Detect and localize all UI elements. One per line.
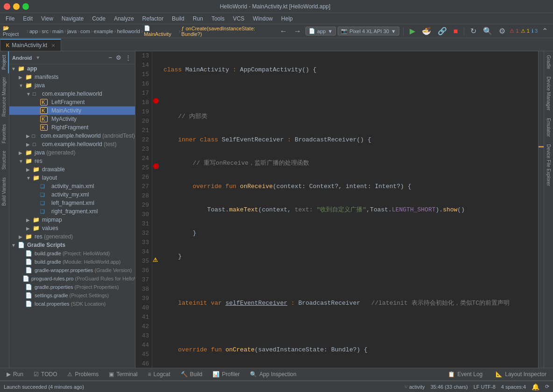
tree-item-values[interactable]: ▶ 📁 values	[9, 224, 135, 232]
breadcrumb-helloworld[interactable]: helloworld	[117, 28, 140, 34]
tree-item-right-fragment-xml[interactable]: ▶ ❑ right_fragment.xml	[9, 207, 135, 216]
forward-btn[interactable]: →	[291, 26, 304, 37]
breadcrumb-app[interactable]: app	[29, 28, 38, 34]
tree-item-gradle-properties[interactable]: ▶ 📄 gradle.properties (Project Propertie…	[9, 283, 135, 291]
tree-item-build-gradle-project[interactable]: ▶ 📄 build.gradle (Project: HelloWorld)	[9, 249, 135, 258]
tree-item-left-fragment-xml[interactable]: ▶ ❑ left_fragment.xml	[9, 199, 135, 207]
project-side-tab[interactable]: Project	[0, 51, 9, 73]
attach-btn[interactable]: 🔗	[435, 25, 449, 37]
tree-item-app[interactable]: ▼ 📁 app	[9, 64, 135, 73]
expand-btn[interactable]: ⌃	[539, 25, 550, 37]
device-file-explorer-side-tab[interactable]: Device File Explorer	[545, 140, 553, 189]
tree-item-manifests[interactable]: ▶ 📁 manifests	[9, 73, 135, 81]
gradle-side-tab[interactable]: Gradle	[545, 51, 553, 73]
tree-item-drawable[interactable]: ▶ 📁 drawable	[9, 165, 135, 174]
resource-manager-tab[interactable]: Resource Manager	[0, 73, 9, 120]
build-variants-tab[interactable]: Build Variants	[0, 174, 9, 210]
menu-code[interactable]: Code	[88, 14, 109, 23]
structure-tab[interactable]: Structure	[0, 147, 9, 174]
settings-btn[interactable]: ⚙	[496, 25, 508, 37]
tree-item-java[interactable]: ▼ 📁 java	[9, 81, 135, 90]
tree-item-proguard[interactable]: ▶ 📄 proguard-rules.pro (ProGuard Rules f…	[9, 274, 135, 283]
tab-layout-inspector[interactable]: 📐 Layout Inspector	[491, 369, 551, 379]
tree-item-activity-main-xml[interactable]: ▶ ❑ activity_main.xml	[9, 182, 135, 190]
tree-item-package-androidtest[interactable]: ▶ □ com.example.helloworld (androidTest)	[9, 132, 135, 140]
menu-tools[interactable]: Tools	[208, 14, 228, 23]
tree-item-mipmap[interactable]: ▶ 📁 mipmap	[9, 216, 135, 224]
search-btn[interactable]: 🔍	[481, 25, 495, 37]
tree-item-layout[interactable]: ▼ 📁 layout	[9, 174, 135, 182]
menu-window[interactable]: Window	[249, 14, 276, 23]
menu-navigate[interactable]: Navigate	[58, 14, 87, 23]
menu-refactor[interactable]: Refactor	[139, 14, 167, 23]
tab-event-log[interactable]: 📋 Event Log	[443, 369, 487, 379]
breadcrumb-oncreate[interactable]: ƒ onCreate(savedInstanceState: Bundle?)	[181, 26, 273, 37]
back-btn[interactable]: ←	[277, 26, 290, 37]
tree-item-rightfragment[interactable]: ▶ K RightFragment	[9, 123, 135, 132]
close-button[interactable]	[4, 3, 10, 10]
memory-icon[interactable]: ⟳	[545, 384, 549, 390]
tree-item-local-properties[interactable]: ▶ 📄 local.properties (SDK Location)	[9, 300, 135, 308]
tree-item-package-test[interactable]: ▶ □ com.example.helloworld (test)	[9, 140, 135, 148]
menu-file[interactable]: File	[2, 14, 18, 23]
tab-mainactivity[interactable]: K MainActivity.kt ✕	[0, 39, 61, 51]
tree-item-settings-gradle[interactable]: ▶ 📄 settings.gradle (Project Settings)	[9, 291, 135, 300]
sidebar-settings-btn[interactable]: ⚙	[115, 53, 122, 62]
breadcrumb-com[interactable]: com	[80, 28, 90, 34]
sidebar-more-btn[interactable]: ⋮	[124, 53, 132, 62]
breadcrumb-src[interactable]: src	[42, 28, 49, 34]
tree-item-myactivity[interactable]: ▶ K MyActivity	[9, 115, 135, 123]
tree-item-build-gradle-module[interactable]: ▶ 📄 build.gradle (Module: HelloWorld.app…	[9, 258, 135, 266]
device-dropdown[interactable]: 📷 Pixel 4 XL API 30 ▼	[338, 27, 399, 35]
menu-help[interactable]: Help	[277, 14, 297, 23]
tree-item-java-generated[interactable]: ▶ 📁 java (generated)	[9, 148, 135, 157]
breadcrumb-project[interactable]: 📂 Project	[3, 25, 26, 37]
tree-item-package-main[interactable]: ▼ □ com.example.helloworld	[9, 90, 135, 98]
menu-edit[interactable]: Edit	[19, 14, 36, 23]
tree-item-res-generated[interactable]: ▶ 📁 res (generated)	[9, 232, 135, 241]
menu-vcs[interactable]: VCS	[229, 14, 248, 23]
code-editor[interactable]: 13 14 15 16 17 18 19 20 21 22 23 24 25 2…	[135, 51, 544, 368]
tab-build[interactable]: 🔨 Build	[176, 369, 207, 379]
tree-item-activity-my-xml[interactable]: ▶ ❑ activity_my.xml	[9, 190, 135, 199]
maximize-button[interactable]	[22, 3, 29, 10]
tree-item-mainactivity[interactable]: ▶ K MainActivity	[9, 106, 135, 115]
emulator-side-tab[interactable]: Emulator	[545, 114, 553, 140]
notification-icon[interactable]: 🔔	[532, 383, 539, 391]
sidebar-collapse-btn[interactable]: −	[107, 53, 113, 62]
run-btn[interactable]: ▶	[407, 25, 418, 37]
favorites-tab[interactable]: Favorites	[0, 120, 9, 147]
tab-profiler[interactable]: 📊 Profiler	[208, 369, 244, 379]
debug-btn[interactable]: 🍜	[419, 25, 433, 37]
tree-item-gradle-wrapper[interactable]: ▶ 📄 gradle-wrapper.properties (Gradle Ve…	[9, 266, 135, 274]
breadcrumb-mainactivity[interactable]: 📄 MainActivity	[144, 25, 177, 37]
code-content[interactable]: class MainActivity : AppCompatActivity()…	[160, 51, 538, 368]
editor-scrollbar[interactable]	[538, 51, 544, 368]
breadcrumb-java[interactable]: java	[67, 28, 77, 34]
breadcrumb-main[interactable]: main	[52, 28, 64, 34]
menu-build[interactable]: Build	[168, 14, 188, 23]
device-manager-side-tab[interactable]: Device Manager	[545, 73, 553, 114]
tab-problems[interactable]: ⚠ Problems	[63, 369, 103, 379]
tab-todo[interactable]: ☑ TODO	[29, 369, 62, 379]
minimize-button[interactable]	[13, 3, 20, 10]
tab-run[interactable]: ▶ Run	[2, 369, 28, 379]
info-count[interactable]: ℹ 3	[532, 28, 538, 34]
module-dropdown[interactable]: 📄 app ▼	[305, 27, 336, 35]
tree-item-gradle-scripts[interactable]: ▼ 📄 Gradle Scripts	[9, 241, 135, 249]
breakpoint-18[interactable]	[153, 98, 159, 104]
warning-count[interactable]: ⚠ 1	[521, 28, 530, 34]
tree-item-res[interactable]: ▼ 📁 res	[9, 157, 135, 165]
tab-close-btn[interactable]: ✕	[51, 43, 55, 48]
menu-view[interactable]: View	[37, 14, 57, 23]
tab-logcat[interactable]: ≡ Logcat	[143, 369, 175, 379]
menu-analyze[interactable]: Analyze	[110, 14, 138, 23]
menu-run[interactable]: Run	[189, 14, 207, 23]
tab-app-inspection[interactable]: 🔍 App Inspection	[245, 369, 301, 379]
tree-item-leftfragment[interactable]: ▶ K LeftFragment	[9, 98, 135, 106]
sidebar-dropdown-arrow[interactable]: ▼	[35, 55, 40, 60]
breadcrumb-example[interactable]: example	[94, 28, 113, 34]
sync-btn[interactable]: ↻	[468, 25, 479, 37]
stop-btn[interactable]: ■	[451, 26, 461, 37]
git-branch[interactable]: ⑂ activity	[404, 384, 425, 390]
